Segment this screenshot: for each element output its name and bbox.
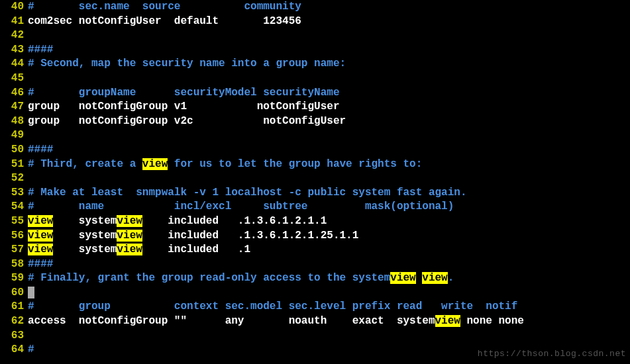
cursor bbox=[28, 287, 34, 298]
line-content: group notConfigGroup v1 notConfigUser bbox=[28, 100, 630, 114]
line-number: 53 bbox=[0, 186, 28, 201]
highlighted-text: view bbox=[422, 272, 447, 284]
code-line[interactable]: 62access notConfigGroup "" any noauth ex… bbox=[0, 314, 630, 329]
code-line[interactable]: 60 bbox=[0, 286, 630, 300]
code-line[interactable]: 51# Third, create a view for us to let t… bbox=[0, 158, 630, 172]
line-number: 50 bbox=[0, 143, 28, 158]
line-number: 45 bbox=[0, 71, 28, 86]
highlighted-text: view bbox=[117, 244, 142, 255]
code-text: included .1 bbox=[142, 244, 250, 255]
highlighted-text: view bbox=[117, 230, 142, 242]
line-number: 47 bbox=[0, 100, 28, 114]
code-text: system bbox=[53, 215, 117, 227]
code-line[interactable]: 49 bbox=[0, 128, 630, 143]
code-line[interactable]: 59# Finally, grant the group read-only a… bbox=[0, 271, 630, 286]
line-content bbox=[28, 28, 630, 43]
line-number: 62 bbox=[0, 314, 28, 329]
code-line[interactable]: 58#### bbox=[0, 257, 630, 272]
code-line[interactable]: 40# sec.name source community bbox=[0, 0, 630, 15]
line-content: # groupName securityModel securityName bbox=[28, 86, 630, 101]
highlighted-text: view bbox=[28, 215, 53, 227]
line-number: 41 bbox=[0, 15, 28, 29]
code-text: system bbox=[53, 230, 117, 242]
comment-text: # bbox=[28, 343, 34, 355]
code-line[interactable]: 53# Make at least snmpwalk -v 1 localhos… bbox=[0, 186, 630, 201]
code-line[interactable]: 41com2sec notConfigUser default 123456 bbox=[0, 15, 630, 29]
code-line[interactable]: 52 bbox=[0, 171, 630, 186]
line-content bbox=[28, 71, 630, 86]
code-line[interactable]: 44# Second, map the security name into a… bbox=[0, 57, 630, 71]
line-content bbox=[28, 286, 630, 300]
code-line[interactable]: 54# name incl/excl subtree mask(optional… bbox=[0, 200, 630, 214]
line-number: 63 bbox=[0, 329, 28, 343]
line-number: 60 bbox=[0, 286, 28, 300]
comment-text: #### bbox=[28, 44, 53, 56]
line-content: #### bbox=[28, 257, 630, 272]
line-number: 54 bbox=[0, 200, 28, 214]
code-line[interactable]: 48group notConfigGroup v2c notConfigUser bbox=[0, 114, 630, 129]
highlighted-text: view bbox=[390, 272, 415, 284]
code-text: com2sec notConfigUser default 123456 bbox=[28, 15, 301, 27]
comment-text: for us to let the group have rights to: bbox=[168, 158, 422, 170]
highlighted-text: view bbox=[28, 244, 53, 255]
code-text: system bbox=[53, 244, 117, 255]
code-text: included .1.3.6.1.2.1.25.1.1 bbox=[142, 230, 358, 242]
comment-text: . bbox=[448, 272, 454, 284]
comment-text: #### bbox=[28, 144, 53, 156]
comment-text: # Third, create a bbox=[28, 158, 142, 170]
line-number: 57 bbox=[0, 243, 28, 257]
line-number: 43 bbox=[0, 43, 28, 58]
comment-text: # groupName securityModel securityName bbox=[28, 87, 339, 99]
line-number: 49 bbox=[0, 128, 28, 143]
comment-text: # Finally, grant the group read-only acc… bbox=[28, 272, 390, 284]
line-number: 52 bbox=[0, 171, 28, 186]
comment-text: # name incl/excl subtree mask(optional) bbox=[28, 201, 454, 212]
code-text: none none bbox=[460, 315, 524, 327]
comment-text: #### bbox=[28, 258, 53, 270]
code-editor[interactable]: 40# sec.name source community41com2sec n… bbox=[0, 0, 630, 357]
watermark-text: https://thson.blog.csdn.net bbox=[478, 347, 626, 361]
line-content bbox=[28, 171, 630, 186]
code-line[interactable]: 56view systemview included .1.3.6.1.2.1.… bbox=[0, 229, 630, 244]
line-content: view systemview included .1.3.6.1.2.1.25… bbox=[28, 229, 630, 244]
line-number: 64 bbox=[0, 343, 28, 357]
highlighted-text: view bbox=[117, 215, 142, 227]
line-content: # Finally, grant the group read-only acc… bbox=[28, 271, 630, 286]
code-text: included .1.3.6.1.2.1.1 bbox=[142, 215, 327, 227]
code-line[interactable]: 61# group context sec.model sec.level pr… bbox=[0, 300, 630, 314]
code-line[interactable]: 46# groupName securityModel securityName bbox=[0, 86, 630, 101]
line-content: # sec.name source community bbox=[28, 0, 630, 15]
line-content: # Third, create a view for us to let the… bbox=[28, 158, 630, 172]
code-line[interactable]: 47group notConfigGroup v1 notConfigUser bbox=[0, 100, 630, 114]
code-line[interactable]: 45 bbox=[0, 71, 630, 86]
highlighted-text: view bbox=[435, 315, 460, 327]
code-line[interactable]: 50#### bbox=[0, 143, 630, 158]
comment-text bbox=[416, 272, 423, 284]
line-number: 46 bbox=[0, 86, 28, 101]
line-content bbox=[28, 329, 630, 343]
line-number: 61 bbox=[0, 300, 28, 314]
line-content: # Make at least snmpwalk -v 1 localhost … bbox=[28, 186, 630, 201]
line-content: com2sec notConfigUser default 123456 bbox=[28, 15, 630, 29]
code-line[interactable]: 57view systemview included .1 bbox=[0, 243, 630, 257]
code-text: group notConfigGroup v1 notConfigUser bbox=[28, 101, 339, 113]
code-text: group notConfigGroup v2c notConfigUser bbox=[28, 115, 346, 127]
line-number: 40 bbox=[0, 0, 28, 15]
comment-text: # Second, map the security name into a g… bbox=[28, 58, 346, 69]
line-content: # name incl/excl subtree mask(optional) bbox=[28, 200, 630, 214]
code-line[interactable]: 42 bbox=[0, 28, 630, 43]
line-content bbox=[28, 128, 630, 143]
code-line[interactable]: 63 bbox=[0, 329, 630, 343]
line-number: 48 bbox=[0, 114, 28, 129]
line-number: 58 bbox=[0, 257, 28, 272]
line-number: 42 bbox=[0, 28, 28, 43]
comment-text: # group context sec.model sec.level pref… bbox=[28, 300, 517, 312]
line-number: 55 bbox=[0, 214, 28, 229]
line-number: 59 bbox=[0, 271, 28, 286]
line-content: view systemview included .1 bbox=[28, 243, 630, 257]
code-line[interactable]: 55view systemview included .1.3.6.1.2.1.… bbox=[0, 214, 630, 229]
comment-text: # sec.name source community bbox=[28, 1, 301, 13]
code-line[interactable]: 43#### bbox=[0, 43, 630, 58]
line-number: 51 bbox=[0, 158, 28, 172]
line-content: # Second, map the security name into a g… bbox=[28, 57, 630, 71]
